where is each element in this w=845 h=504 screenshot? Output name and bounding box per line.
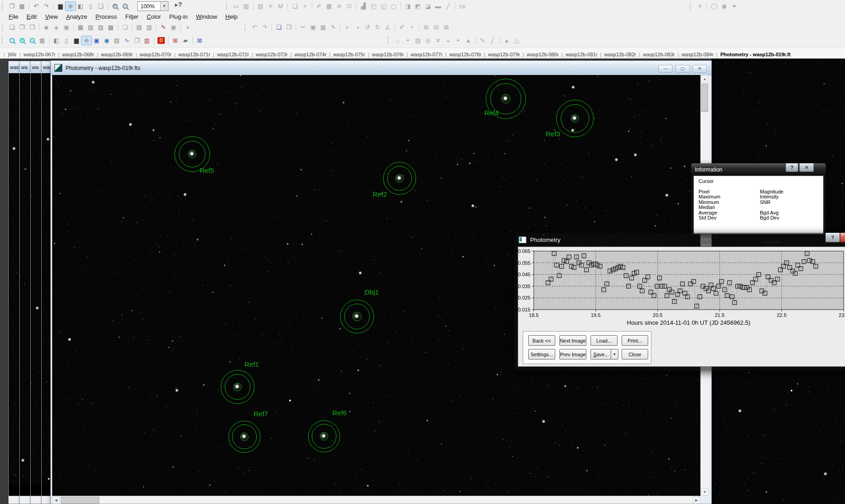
- new-document-icon[interactable]: ❏: [7, 23, 17, 32]
- link-windows-icon[interactable]: ⊠: [195, 36, 205, 45]
- close-button[interactable]: ✕: [840, 233, 845, 242]
- cascaded-window[interactable]: was: [8, 61, 20, 504]
- image-tab[interactable]: wasp12b-084r: [675, 52, 714, 57]
- add-point-icon[interactable]: +: [300, 2, 310, 11]
- horizontal-scroll-thumb[interactable]: [61, 497, 99, 504]
- menu-item[interactable]: File: [5, 12, 22, 21]
- open-recent-icon[interactable]: ❒: [27, 23, 37, 32]
- image-tab[interactable]: wasp12b-081r: [559, 52, 598, 57]
- menu-item[interactable]: Edit: [22, 12, 41, 21]
- image-tab[interactable]: wasp12b-075r: [326, 52, 365, 57]
- measure-icon[interactable]: ✛: [265, 2, 276, 11]
- pen-icon[interactable]: ✐: [397, 23, 407, 32]
- rotate-angle-icon[interactable]: ∠: [383, 23, 393, 32]
- convert-files-icon[interactable]: ▣: [61, 23, 71, 32]
- print-button[interactable]: Print...: [622, 335, 648, 346]
- image-tab[interactable]: Photometry - wasp12b-019r.ft: [714, 52, 791, 57]
- toolbar-grip[interactable]: [388, 37, 391, 44]
- zoom-in2-icon[interactable]: [17, 36, 27, 45]
- shield-b-icon[interactable]: ◓: [453, 36, 463, 45]
- menu-item[interactable]: View: [41, 12, 62, 21]
- night-vision-icon[interactable]: ▯: [86, 2, 96, 11]
- menu-item[interactable]: Analyze: [62, 12, 91, 21]
- save-dropdown-icon[interactable]: ▼: [611, 349, 618, 359]
- load-button[interactable]: Load...: [590, 335, 618, 346]
- zoom-in-icon[interactable]: [110, 2, 120, 11]
- gradient-a-icon[interactable]: ◨: [403, 2, 413, 11]
- image-tab[interactable]: wasp12b-070r: [133, 52, 172, 57]
- zoom-level-combobox[interactable]: 100% ▼: [137, 1, 168, 11]
- horizontal-scrollbar[interactable]: ◀ ▶: [52, 496, 700, 504]
- zoom-dropdown-icon[interactable]: ▼: [160, 2, 168, 11]
- vertical-scroll-thumb[interactable]: [701, 84, 708, 112]
- image-tab[interactable]: wasp12b-074r: [287, 52, 326, 57]
- image-tab[interactable]: wasp12b-073r: [249, 52, 288, 57]
- paste-icon[interactable]: ❒: [284, 23, 294, 32]
- zoom-tool-icon[interactable]: [7, 36, 17, 45]
- image-tab[interactable]: wasp12b-083r: [636, 52, 675, 57]
- image-tab[interactable]: wasp12b-080r: [520, 52, 559, 57]
- annotate-icon[interactable]: ◉: [719, 2, 729, 11]
- copy-icon[interactable]: ❏: [274, 23, 284, 32]
- draw2-icon[interactable]: ✎: [477, 36, 488, 45]
- print-setup-icon[interactable]: ▥: [144, 23, 154, 32]
- image-tab[interactable]: wasp12b-078r: [443, 52, 482, 57]
- cascaded-window-title[interactable]: was: [9, 61, 20, 74]
- guide-icon[interactable]: ◎: [423, 36, 433, 45]
- menu-item[interactable]: Window: [192, 12, 221, 21]
- redo-icon[interactable]: ↷: [41, 2, 51, 11]
- shield-a-icon[interactable]: ◒: [443, 36, 453, 45]
- close-button[interactable]: ✕: [799, 163, 814, 172]
- align-up-icon[interactable]: ▲: [502, 36, 512, 45]
- zoom-out-icon[interactable]: [120, 2, 130, 11]
- edit-region-icon[interactable]: ✎: [328, 23, 338, 32]
- observatory-icon[interactable]: ⌂: [393, 36, 403, 45]
- toolbar-grip[interactable]: [244, 23, 248, 31]
- pointer-wand-icon[interactable]: ✛: [695, 2, 705, 11]
- help-button[interactable]: ?: [785, 163, 798, 172]
- context-help-icon[interactable]: ▸?: [175, 1, 182, 8]
- flatten-icon[interactable]: ▬: [433, 2, 443, 11]
- camera-icon[interactable]: ▤: [413, 36, 423, 45]
- ruler-icon[interactable]: ▭: [231, 2, 241, 11]
- combine-icon[interactable]: ▣: [308, 23, 318, 32]
- zoom-out2-icon[interactable]: [27, 36, 37, 45]
- settings-button[interactable]: Settings...: [528, 349, 555, 359]
- tile-windows-icon[interactable]: ◰: [368, 2, 379, 11]
- doc-pair-icon[interactable]: ❐: [132, 36, 142, 45]
- info-edit-icon[interactable]: ▤: [112, 36, 122, 45]
- dome-icon[interactable]: ◓: [403, 36, 413, 45]
- no-calibrate-icon[interactable]: ⊘: [334, 2, 344, 11]
- scroll-up-icon[interactable]: ▲: [701, 75, 709, 83]
- cascaded-window-title[interactable]: wa: [20, 61, 31, 74]
- help-button[interactable]: ?: [825, 233, 840, 242]
- import-batch-icon[interactable]: ◈: [51, 23, 61, 32]
- scale-ruler-icon[interactable]: ▨: [241, 2, 251, 11]
- grid-add-icon[interactable]: ⊞: [421, 23, 431, 32]
- toolbar-grip[interactable]: [2, 37, 5, 44]
- image-tab[interactable]: wasp12b-072r: [210, 52, 249, 57]
- import-icon[interactable]: ◆: [41, 23, 51, 32]
- next-image-button[interactable]: Next Image: [559, 335, 586, 346]
- pixel-grid-icon[interactable]: ▦: [37, 36, 47, 45]
- copy-chart-icon[interactable]: ❏: [290, 2, 300, 11]
- line-profile-icon[interactable]: ▤: [255, 2, 265, 11]
- line-draw-icon[interactable]: ╱: [443, 2, 453, 11]
- redo2-icon[interactable]: ↷: [260, 23, 270, 32]
- wedge-icon[interactable]: ▲: [463, 36, 473, 45]
- image-tab[interactable]: wasp12b-069r: [94, 52, 133, 57]
- folder-dark-icon[interactable]: ▰: [180, 36, 190, 45]
- undo2-icon[interactable]: ↶: [249, 23, 260, 32]
- save-copy-icon[interactable]: ▨: [96, 23, 106, 32]
- gradient-c-icon[interactable]: ◪: [423, 2, 433, 11]
- save-all-icon[interactable]: ▩: [106, 23, 116, 32]
- image-tab[interactable]: wasp12b-077r: [404, 52, 443, 57]
- print-icon[interactable]: ▤: [134, 23, 144, 32]
- star-icon[interactable]: ✦: [729, 2, 739, 11]
- save-icon[interactable]: ▦: [17, 2, 27, 11]
- screen-stretch-icon[interactable]: ▆: [55, 2, 65, 11]
- grid-copy-icon[interactable]: ⊠: [441, 23, 451, 32]
- scroll-right-icon[interactable]: ▶: [693, 496, 700, 504]
- menu-item[interactable]: Filter: [121, 12, 143, 21]
- flip-vertical-icon[interactable]: ◑: [352, 23, 363, 32]
